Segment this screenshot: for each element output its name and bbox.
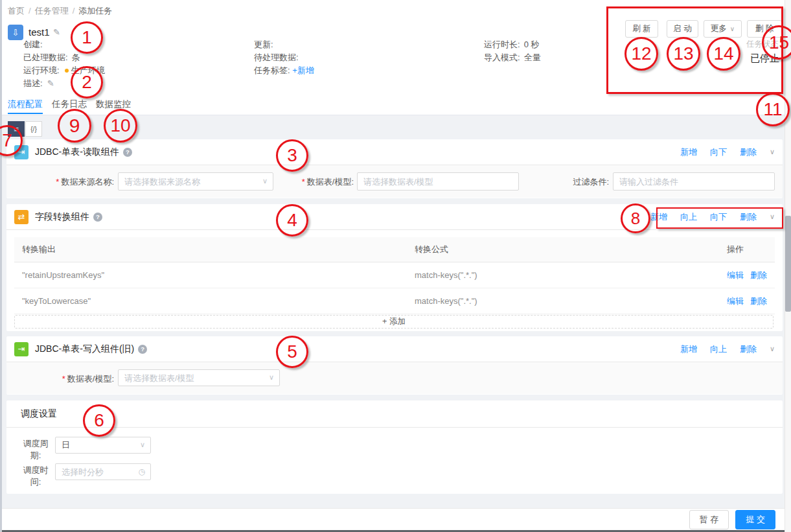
edit-description-icon[interactable]: ✎ [47,78,54,88]
write-add-link[interactable]: 新增 [680,343,697,355]
row-formula: match-keys(".*.") [415,296,727,306]
import-mode-value: 全量 [524,52,541,62]
field-transform-title: 字段转换组件 [35,211,89,223]
source-name-select-wrap: ∨ [118,172,273,191]
task-name: test1 [29,27,50,38]
json-view-button[interactable]: {/} [25,121,42,137]
runtime-value: 0 秒 [524,40,540,49]
jdbc-read-header: ⇥ JDBC-单表-读取组件 ? 新增 向下 删除 ∨ [6,139,783,165]
save-draft-button[interactable]: 暂 存 [689,510,729,529]
collapse-chevron-icon[interactable]: ∨ [770,345,775,353]
annotation-circle-4: 4 [276,204,308,237]
active-tab-underline [8,113,43,114]
read-table-model-label: *数据表/模型: [292,176,354,188]
card-schedule-settings: 调度设置 调度周 期: ∨ 调度时 间: ◷ [6,400,783,494]
write-table-model-label: *数据表/模型: [48,373,114,385]
annotation-circle-6: 6 [83,404,115,437]
annotation-circle-13: 13 [667,37,700,71]
read-move-down-link[interactable]: 向下 [710,146,727,158]
field-transform-icon: ⇄ [14,210,29,224]
column-header-output: 转换输出 [14,244,415,255]
filter-label: 过滤条件: [564,176,609,188]
add-tag-link[interactable]: +新增 [292,65,314,75]
breadcrumb-separator: / [29,6,31,16]
info-column-middle: 更新: 待处理数据: 任务标签: +新增 [254,38,314,77]
help-icon[interactable]: ? [138,345,147,354]
breadcrumb-current: 添加任务 [78,6,112,16]
row-output: "retainUpstreamKeys" [14,270,415,280]
info-column-right: 运行时长:0 秒 导入模式:全量 [484,38,541,64]
collapse-chevron-icon[interactable]: ∨ [770,148,775,156]
read-table-model-input[interactable] [357,172,519,191]
row-edit-link[interactable]: 编辑 [727,295,744,307]
write-delete-link[interactable]: 删除 [740,343,757,355]
jdbc-write-body: *数据表/模型: ∨ [6,362,783,394]
schedule-period-select-wrap: ∨ [55,437,151,454]
schedule-period-label: 调度周 期: [21,438,51,461]
annotation-circle-11: 11 [756,93,790,126]
scrollbar-thumb[interactable] [785,216,791,312]
table-row: "retainUpstreamKeys" match-keys(".*.") 编… [14,262,775,288]
created-label: 创建: [23,40,43,49]
schedule-period-select[interactable] [55,437,151,454]
annotation-circle-9: 9 [58,109,91,143]
read-add-link[interactable]: 新增 [680,146,697,158]
jdbc-write-actions: 新增 向上 删除 ∨ [680,343,775,355]
row-output: "keyToLowercase" [14,296,415,306]
row-delete-link[interactable]: 删除 [750,270,767,281]
write-table-model-select[interactable] [118,369,280,386]
submit-button[interactable]: 提 交 [735,510,775,529]
annotation-circle-15: 15 [762,25,791,60]
processed-data-value: 条 [72,52,80,62]
filter-input[interactable] [613,172,775,191]
table-row: "keyToLowercase" match-keys(".*.") 编辑 删除 [14,288,775,314]
annotation-circle-14: 14 [707,37,740,71]
processed-data-label: 已处理数据: [23,52,68,62]
schedule-time-input[interactable] [55,463,151,480]
read-table-model-input-wrap [357,172,519,191]
row-formula: match-keys(".*.") [415,270,727,280]
jdbc-read-title: JDBC-单表-读取组件 [35,146,119,158]
jdbc-read-actions: 新增 向下 删除 ∨ [680,146,775,158]
pending-data-label: 待处理数据: [254,52,299,62]
source-name-label: *数据来源名称: [48,176,114,188]
column-header-actions: 操作 [727,244,775,255]
annotation-circle-5: 5 [276,336,308,368]
annotation-box-transform-actions [656,207,783,229]
filter-input-wrap [613,172,775,191]
jdbc-write-title: JDBC-单表-写入组件(旧) [35,343,134,355]
row-edit-link[interactable]: 编辑 [727,270,744,281]
annotation-circle-8: 8 [621,203,650,233]
annotation-circle-10: 10 [104,109,137,143]
annotation-circle-1: 1 [71,21,103,54]
source-name-select[interactable] [118,172,273,191]
runtime-label: 运行时长: [484,40,520,49]
read-delete-link[interactable]: 删除 [740,146,757,158]
breadcrumb-separator: / [73,6,75,16]
env-status-dot [65,69,69,73]
card-jdbc-write: ⇥ JDBC-单表-写入组件(旧) ? 新增 向上 删除 ∨ *数据表/模型: … [6,336,783,395]
tab-flow-config[interactable]: 流程配置 [8,98,43,114]
json-braces-icon: {/} [30,126,36,133]
env-label: 运行环境: [23,65,60,75]
write-move-up-link[interactable]: 向上 [710,343,727,355]
help-icon[interactable]: ? [93,213,102,222]
row-delete-link[interactable]: 删除 [750,295,767,307]
breadcrumb-home[interactable]: 首页 [8,6,25,16]
transform-table-header: 转换输出 转换公式 操作 [14,237,775,262]
jdbc-read-body: *数据来源名称: ∨ *数据表/模型: 过滤条件: [6,165,783,198]
add-transform-row-button[interactable]: + 添加 [14,315,774,329]
task-type-icon: ⇩ [8,25,23,40]
edit-task-name-icon[interactable]: ✎ [53,27,60,37]
card-jdbc-read: ⇥ JDBC-单表-读取组件 ? 新增 向下 删除 ∨ *数据来源名称: ∨ *… [6,139,783,198]
task-tags-label: 任务标签: [254,65,290,75]
write-table-model-select-wrap: ∨ [118,369,280,386]
schedule-time-label: 调度时 间: [21,465,51,488]
window-left-edge [0,0,2,532]
help-icon[interactable]: ? [123,148,132,157]
import-mode-label: 导入模式: [484,52,520,62]
task-config-page: 首页/任务管理/添加任务 ⇩ test1 ✎ 创建: 已处理数据:条 运行环境:… [0,0,791,532]
breadcrumb-task-management[interactable]: 任务管理 [35,6,69,16]
jdbc-write-icon: ⇥ [14,342,29,356]
annotation-circle-12: 12 [625,37,658,71]
